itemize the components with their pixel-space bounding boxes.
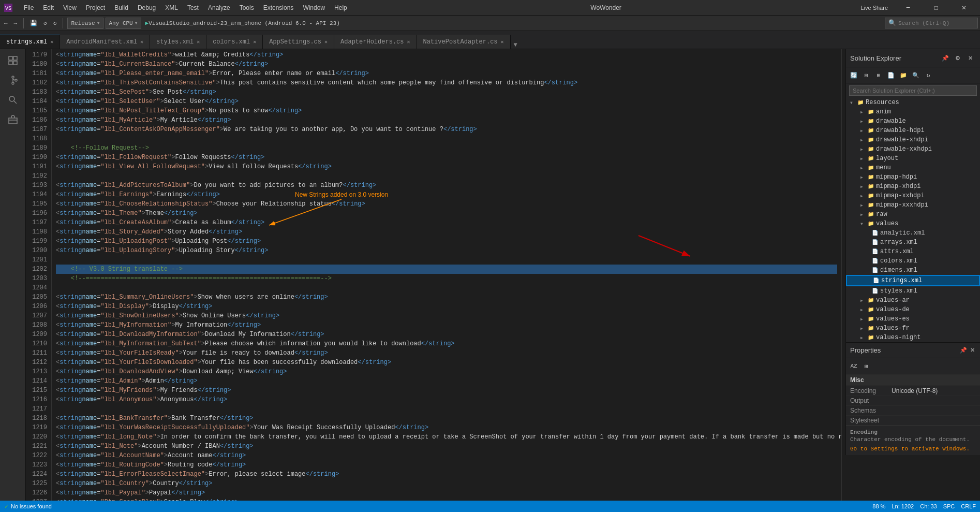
se-item-drawable-xhdpi[interactable]: ▶ 📁 drawable-xhdpi — [846, 135, 980, 144]
prop-close-button[interactable]: ✕ — [969, 346, 976, 355]
chevron-right-icon: ▶ — [860, 317, 867, 321]
code-line: <string name="lbl_long_Note">In order to… — [56, 432, 837, 442]
menu-test[interactable]: Test — [183, 3, 203, 12]
menu-help[interactable]: Help — [330, 3, 351, 12]
close-button[interactable]: ✕ — [952, 0, 976, 16]
se-toolbar-newfile[interactable]: 📄 — [885, 69, 897, 81]
se-item-analytic-xml[interactable]: 📄 analytic.xml — [846, 228, 980, 238]
menu-edit[interactable]: Edit — [39, 3, 58, 12]
sidebar-explorer-icon[interactable] — [4, 51, 22, 70]
menu-build[interactable]: Build — [110, 3, 132, 12]
prop-sort-category[interactable]: ⊞ — [860, 360, 872, 372]
se-item-mipmap-hdpi[interactable]: ▶ 📁 mipmap-hdpi — [846, 172, 980, 182]
menu-extensions[interactable]: Extensions — [259, 3, 298, 12]
tab-overflow-button[interactable]: ▼ — [511, 41, 521, 49]
svg-point-8 — [15, 79, 17, 81]
se-item-drawable-xxhdpi[interactable]: ▶ 📁 drawable-xxhdpi — [846, 144, 980, 154]
se-item-arrays-xml[interactable]: 📄 arrays.xml — [846, 238, 980, 247]
se-item-layout[interactable]: ▶ 📁 layout — [846, 154, 980, 163]
chevron-right-icon: ▶ — [860, 166, 867, 170]
se-item-mipmap-xxxhdpi[interactable]: ▶ 📁 mipmap-xxxhdpi — [846, 200, 980, 210]
se-item-values-de[interactable]: ▶ 📁 values-de — [846, 305, 980, 314]
se-search-input[interactable] — [849, 85, 977, 96]
se-toolbar-newfolder[interactable]: 📁 — [898, 69, 909, 81]
live-share-label[interactable]: Live Share — [860, 5, 888, 11]
se-settings-button[interactable]: ⚙ — [952, 52, 963, 64]
line-number: 1179 — [26, 50, 47, 60]
forward-button[interactable]: → — [12, 19, 20, 27]
se-toolbar-refresh[interactable]: ↻ — [923, 69, 934, 81]
code-line: <string name="lbl_BankTransfer">Bank Tra… — [56, 414, 837, 423]
tab-appsettings[interactable]: AppSettings.cs ✕ — [263, 35, 334, 49]
tab-close-icon[interactable]: ✕ — [253, 39, 256, 45]
tab-strings-xml[interactable]: strings.xml ✕ — [0, 35, 60, 49]
menu-xml[interactable]: XML — [161, 3, 182, 12]
se-item-resources[interactable]: ▼ 📁 Resources — [846, 98, 980, 107]
activate-windows-notice[interactable]: Go to Settings to activate Windows. — [850, 446, 976, 452]
sidebar-toolbox-icon[interactable] — [4, 110, 22, 129]
menu-window[interactable]: Window — [299, 3, 329, 12]
tab-close-icon[interactable]: ✕ — [407, 39, 410, 45]
run-button[interactable]: ▶ VisualStudio_android-23_arm_phone (And… — [143, 19, 342, 27]
tab-close-icon[interactable]: ✕ — [50, 39, 53, 45]
menu-file[interactable]: File — [20, 3, 38, 12]
sidebar-search-icon[interactable] — [4, 91, 22, 109]
tab-adapterholders[interactable]: AdapterHolders.cs ✕ — [334, 35, 417, 49]
se-item-drawable[interactable]: ▶ 📁 drawable — [846, 116, 980, 126]
release-dropdown[interactable]: Release ▼ — [67, 18, 103, 29]
tab-close-icon[interactable]: ✕ — [140, 39, 143, 45]
se-toolbar-properties[interactable]: 🔍 — [910, 69, 922, 81]
se-item-values-es[interactable]: ▶ 📁 values-es — [846, 314, 980, 324]
svg-rect-2 — [9, 56, 12, 60]
tab-styles-xml[interactable]: styles.xml ✕ — [150, 35, 206, 49]
se-item-mipmap-xhdpi[interactable]: ▶ 📁 mipmap-xhdpi — [846, 182, 980, 191]
se-item-anim[interactable]: ▶ 📁 anim — [846, 107, 980, 116]
maximize-button[interactable]: ☐ — [924, 0, 948, 16]
se-item-values-fr[interactable]: ▶ 📁 values-fr — [846, 324, 980, 333]
code-line: <string name="lbl_DownloadMyInformation"… — [56, 330, 837, 339]
tab-close-icon[interactable]: ✕ — [501, 39, 504, 45]
se-pin-button[interactable]: 📌 — [940, 52, 951, 64]
sidebar-git-icon[interactable] — [4, 71, 22, 90]
back-button[interactable]: ← — [2, 19, 10, 27]
minimize-button[interactable]: − — [896, 0, 920, 16]
se-item-label: drawable-xxhdpi — [876, 145, 932, 153]
se-toolbar-sync[interactable]: 🔄 — [848, 69, 859, 81]
status-bar: ✓ No issues found 88 % Ln: 1202 Ch: 33 S… — [0, 501, 980, 512]
tab-nativepostadapter[interactable]: NativePostAdapter.cs ✕ — [417, 35, 511, 49]
se-item-raw[interactable]: ▶ 📁 raw — [846, 210, 980, 219]
se-item-values[interactable]: ▼ 📁 values — [846, 219, 980, 228]
menu-project[interactable]: Project — [82, 3, 109, 12]
se-item-values-night[interactable]: ▶ 📁 values-night — [846, 333, 980, 342]
se-item-styles-xml[interactable]: 📄 styles.xml — [846, 286, 980, 296]
search-box[interactable]: 🔍 Search (Ctrl+Q) — [885, 18, 978, 28]
se-item-drawable-hdpi[interactable]: ▶ 📁 drawable-hdpi — [846, 126, 980, 135]
status-issues: ✓ No issues found — [4, 503, 52, 510]
se-close-button[interactable]: ✕ — [964, 52, 976, 64]
menu-debug[interactable]: Debug — [133, 3, 160, 12]
se-item-mipmap-xxhdpi[interactable]: ▶ 📁 mipmap-xxhdpi — [846, 191, 980, 200]
save-button[interactable]: 💾 — [28, 19, 39, 27]
se-item-strings-xml[interactable]: 📄 strings.xml — [846, 275, 980, 286]
undo-button[interactable]: ↺ — [41, 19, 49, 27]
line-number: 1213 — [26, 367, 47, 376]
tab-close-icon[interactable]: ✕ — [197, 39, 200, 45]
tab-close-icon[interactable]: ✕ — [324, 39, 328, 45]
se-toolbar-collapse[interactable]: ⊟ — [860, 69, 872, 81]
cpu-dropdown[interactable]: Any CPU ▼ — [106, 18, 141, 29]
tab-androidmanifest[interactable]: AndroidManifest.xml ✕ — [60, 35, 150, 49]
prop-pin-button[interactable]: 📌 — [959, 346, 968, 355]
se-item-menu[interactable]: ▶ 📁 menu — [846, 163, 980, 172]
prop-sort-alpha[interactable]: AZ — [848, 360, 859, 372]
se-toolbar-filter[interactable]: ⊞ — [873, 69, 884, 81]
se-item-values-ar[interactable]: ▶ 📁 values-ar — [846, 296, 980, 305]
se-item-attrs-xml[interactable]: 📄 attrs.xml — [846, 247, 980, 256]
menu-tools[interactable]: Tools — [235, 3, 258, 12]
menu-analyze[interactable]: Analyze — [204, 3, 234, 12]
se-item-colors-xml[interactable]: 📄 colors.xml — [846, 256, 980, 266]
tab-colors-xml[interactable]: colors.xml ✕ — [206, 35, 263, 49]
code-content[interactable]: <string name="lbl_WalletCredits">wallet … — [52, 49, 841, 501]
se-item-dimens-xml[interactable]: 📄 dimens.xml — [846, 266, 980, 275]
menu-view[interactable]: View — [59, 3, 81, 12]
redo-button[interactable]: ↻ — [51, 19, 59, 27]
